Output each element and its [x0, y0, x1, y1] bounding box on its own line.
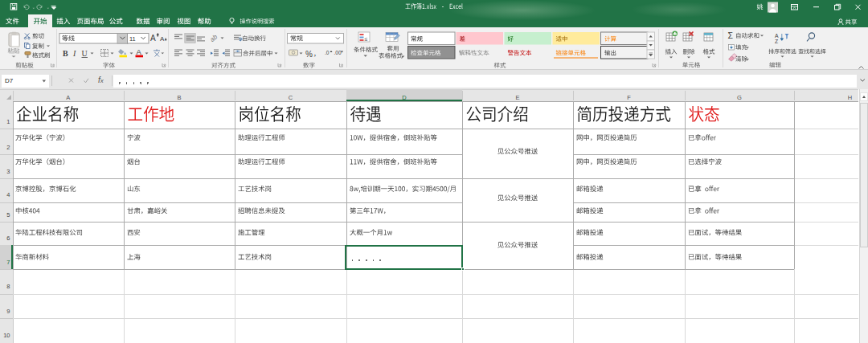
svg-text:A: A	[775, 33, 779, 39]
svg-text:B: B	[63, 49, 68, 58]
svg-text:Z: Z	[775, 39, 778, 44]
svg-text:U: U	[82, 49, 88, 58]
svg-text:.0: .0	[325, 50, 330, 55]
svg-text:ab: ab	[208, 33, 219, 43]
svg-text:I: I	[72, 49, 76, 58]
svg-text:11: 11	[129, 35, 136, 43]
svg-text:A: A	[150, 34, 156, 43]
svg-text:%: %	[305, 50, 313, 59]
svg-text:.00: .00	[334, 50, 342, 55]
svg-text:A: A	[160, 35, 165, 43]
svg-text:≤: ≤	[365, 36, 368, 42]
svg-text:Σ: Σ	[728, 31, 734, 40]
svg-text:,: ,	[314, 47, 317, 57]
